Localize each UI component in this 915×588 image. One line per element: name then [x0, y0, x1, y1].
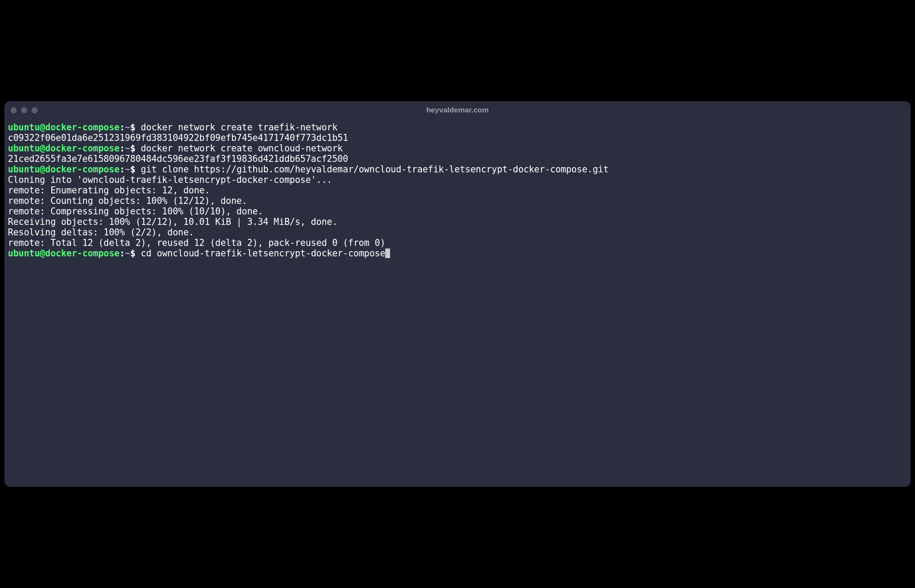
command-text: docker network create owncloud-network: [141, 143, 343, 154]
prompt-symbol: $: [130, 122, 135, 133]
prompt-user-host: ubuntu@docker-compose: [8, 164, 120, 175]
output-line: Resolving deltas: 100% (2/2), done.: [8, 227, 907, 238]
terminal-body[interactable]: ubuntu@docker-compose:~$ docker network …: [4, 119, 911, 487]
terminal-window: heyvaldemar.com ubuntu@docker-compose:~$…: [4, 101, 911, 487]
window-title: heyvaldemar.com: [426, 106, 489, 115]
close-icon[interactable]: [11, 107, 17, 113]
prompt-colon: :: [120, 122, 125, 133]
command-text: git clone https://github.com/heyvaldemar…: [141, 164, 609, 175]
command-text: [135, 248, 141, 259]
prompt-colon: :: [120, 248, 125, 259]
prompt-path: ~: [125, 248, 130, 259]
output-line: Receiving objects: 100% (12/12), 10.01 K…: [8, 217, 907, 227]
output-line: remote: Enumerating objects: 12, done.: [8, 185, 907, 196]
prompt-path: ~: [125, 164, 130, 175]
command-text: [135, 143, 141, 154]
prompt-colon: :: [120, 143, 125, 154]
title-bar: heyvaldemar.com: [4, 101, 911, 119]
cursor-icon: [385, 248, 390, 258]
output-line: remote: Compressing objects: 100% (10/10…: [8, 206, 907, 217]
maximize-icon[interactable]: [32, 107, 38, 113]
prompt-path: ~: [125, 143, 130, 154]
prompt-path: ~: [125, 122, 130, 133]
output-line: remote: Total 12 (delta 2), reused 12 (d…: [8, 238, 907, 248]
terminal-line: ubuntu@docker-compose:~$ cd owncloud-tra…: [8, 248, 907, 259]
terminal-line: ubuntu@docker-compose:~$ git clone https…: [8, 164, 907, 175]
prompt-user-host: ubuntu@docker-compose: [8, 122, 120, 133]
prompt-symbol: $: [130, 164, 135, 175]
terminal-line: ubuntu@docker-compose:~$ docker network …: [8, 143, 907, 154]
prompt-colon: :: [120, 164, 125, 175]
traffic-lights: [11, 107, 38, 113]
prompt-user-host: ubuntu@docker-compose: [8, 248, 120, 259]
output-line: Cloning into 'owncloud-traefik-letsencry…: [8, 175, 907, 185]
minimize-icon[interactable]: [21, 107, 27, 113]
terminal-line: ubuntu@docker-compose:~$ docker network …: [8, 122, 907, 133]
output-line: 21ced2655fa3e7e6158096780484dc596ee23faf…: [8, 154, 907, 164]
output-line: remote: Counting objects: 100% (12/12), …: [8, 196, 907, 206]
command-text: [135, 122, 141, 133]
output-line: c09322f06e01da6e251231969fd383104922bf09…: [8, 133, 907, 143]
prompt-user-host: ubuntu@docker-compose: [8, 143, 120, 154]
command-text: cd owncloud-traefik-letsencrypt-docker-c…: [141, 248, 386, 259]
prompt-symbol: $: [130, 143, 135, 154]
command-text: [135, 164, 141, 175]
command-text: docker network create traefik-network: [141, 122, 338, 133]
prompt-symbol: $: [130, 248, 135, 259]
